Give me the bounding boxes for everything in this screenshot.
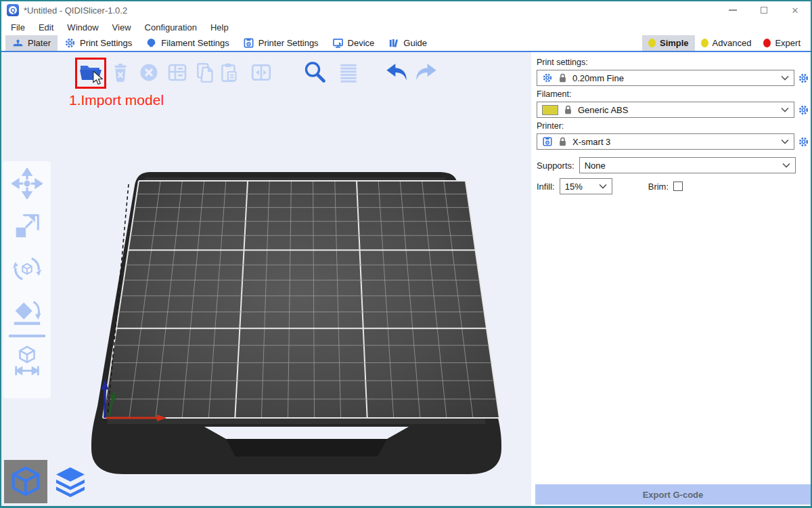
gear-icon xyxy=(542,72,553,83)
tab-print-settings[interactable]: Print Settings xyxy=(58,35,139,51)
menu-item-view[interactable]: View xyxy=(106,20,138,35)
menu-bar: File Edit Window View Configuration Help xyxy=(1,19,811,35)
printer-icon xyxy=(542,136,553,147)
lock-icon xyxy=(563,104,573,115)
split-objects-button[interactable] xyxy=(249,60,273,85)
build-plate xyxy=(87,168,506,480)
tab-plater-label: Plater xyxy=(28,38,51,48)
app-logo-icon: Q xyxy=(7,4,19,16)
tab-device-label: Device xyxy=(348,38,375,48)
delete-all-button[interactable] xyxy=(137,60,161,85)
import-model-button[interactable] xyxy=(75,58,106,89)
edit-printer-button[interactable] xyxy=(798,136,809,148)
undo-button[interactable] xyxy=(384,60,409,85)
tab-printer-settings-label: Printer Settings xyxy=(258,38,319,48)
tab-plater[interactable]: Plater xyxy=(5,35,58,51)
move-tool-button[interactable] xyxy=(12,168,43,199)
print-settings-value: 0.20mm Fine xyxy=(572,73,624,83)
brim-checkbox[interactable] xyxy=(673,182,683,191)
tab-bar: Plater Print Settings Filament Settings … xyxy=(1,35,811,52)
infill-combo[interactable]: 15% xyxy=(560,178,612,194)
edit-filament-button[interactable] xyxy=(798,104,809,116)
infill-value: 15% xyxy=(565,182,583,192)
delete-trash-icon xyxy=(110,62,131,83)
expert-mode-dot-icon xyxy=(763,39,771,47)
filament-color-swatch xyxy=(542,105,558,115)
delete-button[interactable] xyxy=(108,60,133,85)
copy-button[interactable] xyxy=(194,60,218,85)
menu-item-window[interactable]: Window xyxy=(60,20,105,35)
redo-icon xyxy=(414,61,438,84)
supports-combo[interactable]: None xyxy=(579,157,796,173)
split-objects-icon xyxy=(250,61,273,84)
chevron-down-icon xyxy=(781,138,789,145)
close-button[interactable]: ✕ xyxy=(780,1,811,19)
chevron-down-icon xyxy=(781,75,789,81)
editor-cube-icon xyxy=(10,466,41,497)
mode-expert-label: Expert xyxy=(775,38,800,48)
place-on-face-tool-button[interactable] xyxy=(12,296,43,327)
menu-item-help[interactable]: Help xyxy=(204,20,235,35)
measure-icon xyxy=(12,345,43,376)
gizmo-separator xyxy=(9,335,45,337)
filament-combo[interactable]: Generic ABS xyxy=(537,102,794,118)
maximize-button[interactable] xyxy=(748,1,780,19)
filament-value: Generic ABS xyxy=(578,105,628,115)
search-icon xyxy=(303,60,328,85)
export-gcode-button[interactable]: Export G-code xyxy=(535,484,811,505)
advanced-mode-dot-icon xyxy=(701,39,708,47)
tab-guide-label: Guide xyxy=(403,38,427,48)
edit-print-settings-button[interactable] xyxy=(798,72,809,84)
tab-filament-settings[interactable]: Filament Settings xyxy=(139,35,235,51)
paste-button[interactable] xyxy=(217,60,242,85)
rotate-icon xyxy=(12,253,43,284)
infill-label: Infill: xyxy=(537,182,555,192)
viewport-3d[interactable]: 1.Import model xyxy=(1,52,531,506)
simple-mode-dot-icon xyxy=(648,39,656,47)
tab-printer-settings[interactable]: Printer Settings xyxy=(236,35,325,51)
window-title: *Untitled - QIDISlicer-1.0.2 xyxy=(24,5,127,16)
filament-settings-icon xyxy=(145,37,157,49)
copy-icon xyxy=(194,61,217,84)
printer-label: Printer: xyxy=(537,121,811,132)
minimize-button[interactable] xyxy=(717,1,748,19)
plater-icon xyxy=(12,37,24,49)
preview-view-button[interactable] xyxy=(51,463,89,501)
printer-combo[interactable]: X-smart 3 xyxy=(537,133,794,150)
title-bar: Q *Untitled - QIDISlicer-1.0.2 ✕ xyxy=(1,1,811,19)
lock-icon xyxy=(558,136,568,147)
editor-view-button[interactable] xyxy=(4,460,47,503)
filament-label: Filament: xyxy=(537,89,811,100)
lock-icon xyxy=(558,72,568,83)
print-settings-combo[interactable]: 0.20mm Fine xyxy=(537,70,794,86)
rotate-tool-button[interactable] xyxy=(12,253,43,284)
tab-device[interactable]: Device xyxy=(325,35,382,51)
mode-expert[interactable]: Expert xyxy=(757,35,807,51)
chevron-down-icon xyxy=(599,183,607,190)
measure-tool-button[interactable] xyxy=(12,345,43,376)
supports-label: Supports: xyxy=(537,161,574,171)
undo-icon xyxy=(384,61,409,84)
mode-advanced[interactable]: Advanced xyxy=(695,35,758,51)
move-icon xyxy=(12,168,43,199)
scale-tool-button[interactable] xyxy=(12,211,43,242)
import-annotation-text: 1.Import model xyxy=(69,92,164,108)
redo-button[interactable] xyxy=(414,60,438,85)
device-icon xyxy=(332,37,344,49)
arrange-button[interactable] xyxy=(165,60,189,85)
brim-label: Brim: xyxy=(648,182,669,192)
printer-settings-icon xyxy=(243,37,254,49)
search-button[interactable] xyxy=(303,60,328,85)
app-window: Q *Untitled - QIDISlicer-1.0.2 ✕ File Ed… xyxy=(0,0,812,508)
mouse-cursor-icon xyxy=(92,71,104,85)
supports-value: None xyxy=(585,161,606,171)
guide-icon xyxy=(388,37,399,49)
menu-item-file[interactable]: File xyxy=(4,20,32,35)
mode-simple[interactable]: Simple xyxy=(642,35,695,51)
menu-item-edit[interactable]: Edit xyxy=(32,20,60,35)
tab-guide[interactable]: Guide xyxy=(381,35,434,51)
variable-layer-height-button[interactable] xyxy=(336,60,361,85)
menu-item-configuration[interactable]: Configuration xyxy=(138,20,204,35)
place-on-face-icon xyxy=(12,296,43,327)
paste-icon xyxy=(218,61,241,84)
